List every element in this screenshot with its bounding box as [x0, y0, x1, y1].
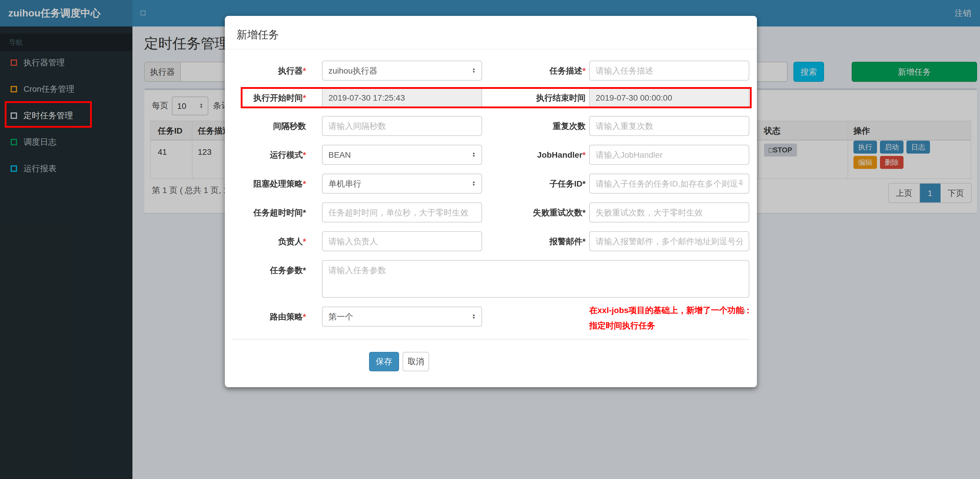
- author-input[interactable]: [322, 231, 482, 251]
- route-strategy-label: 路由策略*: [229, 307, 306, 326]
- modal-title: 新增任务: [237, 28, 279, 42]
- modal-footer-divider: [232, 339, 749, 339]
- select-arrows-icon: ▲▼: [472, 68, 476, 73]
- job-desc-input[interactable]: [589, 60, 749, 81]
- executor-label: 执行器*: [229, 60, 306, 81]
- fail-retry-input[interactable]: [589, 202, 749, 223]
- glue-type-label: 运行模式*: [229, 145, 306, 165]
- save-button[interactable]: 保存: [369, 352, 399, 371]
- new-task-modal: 新增任务 执行器* zuihou执行器 ▲▼ 任务描述* 执行开始时间* 201…: [225, 16, 757, 387]
- modal-header-divider: [225, 49, 757, 49]
- app-root: zuihou任务调度中心 □ 注销 导航 执行器管理 Cron任务管理 定时任务…: [0, 0, 980, 479]
- job-handler-label: JobHandler*: [483, 145, 585, 165]
- job-param-textarea[interactable]: [322, 260, 749, 298]
- timeout-label: 任务超时时间*: [229, 202, 306, 223]
- block-strategy-label: 阻塞处理策略*: [229, 173, 306, 194]
- interval-label: 间隔秒数: [229, 116, 306, 136]
- select-arrows-icon: ▲▼: [472, 152, 476, 158]
- annotation-box-sidebar-item: [5, 101, 92, 128]
- fail-retry-label: 失败重试次数*: [483, 202, 585, 223]
- repeat-count-label: 重复次数: [483, 116, 585, 136]
- glue-type-select[interactable]: BEAN ▲▼: [322, 145, 482, 165]
- timeout-input[interactable]: [322, 202, 482, 223]
- glue-type-select-value: BEAN: [328, 145, 351, 164]
- block-strategy-select-value: 单机串行: [328, 174, 361, 193]
- route-strategy-select[interactable]: 第一个 ▲▼: [322, 307, 482, 326]
- repeat-count-input[interactable]: [589, 116, 749, 136]
- job-handler-input[interactable]: [589, 145, 749, 165]
- interval-input[interactable]: [322, 116, 482, 136]
- author-label: 负责人*: [229, 231, 306, 251]
- alarm-email-label: 报警邮件*: [483, 231, 585, 251]
- executor-select[interactable]: zuihou执行器 ▲▼: [322, 60, 482, 81]
- select-arrows-icon: ▲▼: [472, 181, 476, 186]
- feature-note-line1: 在xxl-jobs项目的基础上，新增了一个功能：: [589, 306, 752, 316]
- executor-select-value: zuihou执行器: [328, 61, 377, 80]
- block-strategy-select[interactable]: 单机串行 ▲▼: [322, 173, 482, 194]
- route-strategy-select-value: 第一个: [328, 307, 353, 326]
- child-job-input[interactable]: [589, 173, 749, 194]
- annotation-box-time-fields: [241, 87, 752, 108]
- cancel-button[interactable]: 取消: [402, 352, 429, 371]
- feature-note-line2: 指定时间执行任务: [589, 321, 655, 331]
- child-job-label: 子任务ID*: [483, 173, 585, 194]
- job-desc-label: 任务描述*: [483, 60, 585, 81]
- job-param-label: 任务参数*: [229, 260, 306, 280]
- alarm-email-input[interactable]: [589, 231, 749, 251]
- select-arrows-icon: ▲▼: [472, 313, 476, 320]
